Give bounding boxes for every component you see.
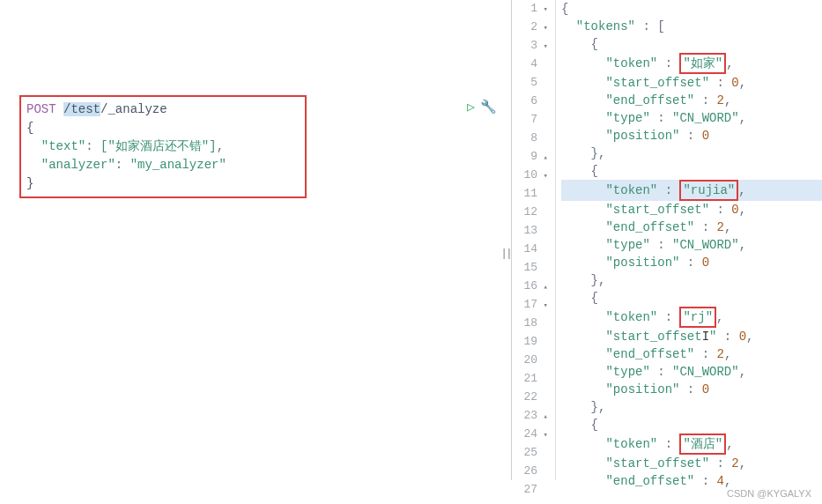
gutter-line: 22 — [512, 389, 548, 407]
response-line: "start_offsetI" : 0, — [561, 328, 822, 345]
response-line: "end_offset" : 2, — [561, 92, 822, 109]
response-line: "token" : "如家", — [561, 53, 822, 74]
highlighted-token: "rj" — [679, 307, 716, 328]
watermark-text: CSDN @KYGALYX — [727, 488, 811, 499]
response-line: "position" : 0 — [561, 254, 822, 271]
gutter-line: 2▾ — [512, 19, 548, 37]
response-line: { — [561, 289, 822, 307]
gutter-line: 17▾ — [512, 296, 548, 315]
gutter-line: 8 — [512, 130, 548, 148]
url-selected: /test — [63, 102, 100, 116]
response-line: { — [561, 0, 822, 18]
gutter-line: 15 — [512, 259, 548, 278]
response-line: "position" : 0 — [561, 127, 822, 145]
gutter-line: 20 — [512, 352, 548, 370]
gutter-line: 6 — [512, 93, 548, 111]
text-cursor: I — [702, 330, 709, 344]
gutter-line: 13 — [512, 222, 548, 241]
gutter-line: 23▴ — [512, 407, 548, 426]
gutter-line: 18 — [512, 315, 548, 333]
play-icon[interactable]: ▷ — [467, 99, 475, 115]
gutter-line: 11 — [512, 185, 548, 204]
response-line: "start_offset" : 0, — [561, 201, 822, 219]
response-line: "start_offset" : 0, — [561, 74, 822, 92]
gutter-line: 5 — [512, 74, 548, 93]
gutter-line: 27 — [512, 481, 548, 500]
response-line: { — [561, 35, 822, 53]
gutter-line: 21 — [512, 370, 548, 389]
highlighted-token: "酒店" — [679, 434, 726, 455]
response-line: "token" : "rujia", — [561, 180, 822, 201]
response-line: "end_offset" : 2, — [561, 219, 822, 236]
response-body: { "tokens" : [ { "token" : "如家", "start_… — [556, 0, 822, 480]
request-line-5: } — [26, 174, 300, 193]
gutter-line: 4 — [512, 56, 548, 74]
response-line: "position" : 0 — [561, 381, 822, 398]
response-line: "type" : "CN_WORD", — [561, 363, 822, 381]
gutter-line: 26 — [512, 463, 548, 481]
gutter-line: 1▾ — [512, 0, 548, 19]
response-line: "end_offset" : 4, — [561, 472, 822, 490]
gutter-line: 19 — [512, 333, 548, 352]
request-actions: ▷ 🔧 — [467, 99, 497, 115]
request-panel[interactable]: POST /test/_analyze { "text": ["如家酒店还不错"… — [0, 0, 500, 480]
response-line: "start_offset" : 2, — [561, 455, 822, 472]
gutter-line: 3▾ — [512, 37, 548, 56]
response-line: }, — [561, 271, 822, 289]
gutter-line: 16▴ — [512, 278, 548, 296]
request-line-4: "analyzer": "my_analyzer" — [26, 156, 300, 174]
url-suffix: /_analyze — [100, 102, 167, 116]
gutter-line: 14 — [512, 241, 548, 259]
response-line: "token" : "rj", — [561, 307, 822, 328]
response-line: }, — [561, 398, 822, 416]
gutter-line: 12 — [512, 204, 548, 222]
line-gutter: 1▾2▾3▾4 5 6 7 8 9▴10▾11 12 13 14 15 16▴1… — [512, 0, 556, 480]
gutter-line: 24▾ — [512, 426, 548, 444]
gutter-line: 7 — [512, 111, 548, 130]
response-line: "tokens" : [ — [561, 18, 822, 35]
wrench-icon[interactable]: 🔧 — [480, 99, 497, 115]
response-line: { — [561, 416, 822, 434]
response-line: { — [561, 162, 822, 180]
highlighted-token: "如家" — [679, 53, 726, 74]
request-line-3: "text": ["如家酒店还不错"], — [26, 137, 300, 156]
gutter-line: 9▴ — [512, 148, 548, 167]
gutter-line: 25 — [512, 444, 548, 463]
response-line: "type" : "CN_WORD", — [561, 236, 822, 254]
http-method: POST — [26, 102, 56, 116]
request-line-1: POST /test/_analyze — [26, 100, 300, 119]
request-highlight-box: POST /test/_analyze { "text": ["如家酒店还不错"… — [19, 95, 307, 198]
response-line: "end_offset" : 2, — [561, 345, 822, 363]
response-line: "type" : "CN_WORD", — [561, 109, 822, 127]
response-panel[interactable]: 1▾2▾3▾4 5 6 7 8 9▴10▾11 12 13 14 15 16▴1… — [511, 0, 822, 480]
highlighted-token: "rujia" — [679, 180, 738, 201]
panel-divider[interactable]: || — [500, 247, 511, 260]
response-line: }, — [561, 145, 822, 162]
response-line: "token" : "酒店", — [561, 434, 822, 455]
gutter-line: 10▾ — [512, 167, 548, 185]
request-line-2: { — [26, 119, 300, 137]
